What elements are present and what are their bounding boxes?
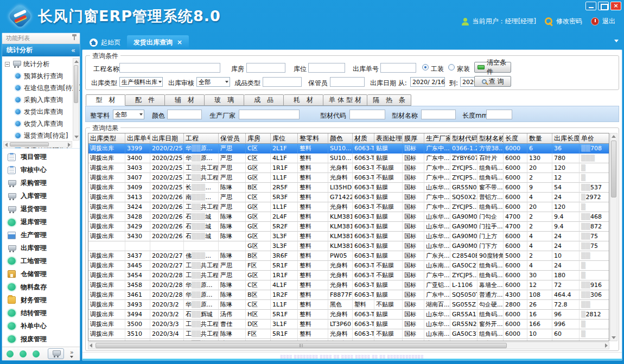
table-row[interactable]: 调拨出库34072020/2/25工▒▒共工程严思G区1L1F整料光身料6063… [88, 173, 609, 183]
table-row[interactable]: 调拨出库34282020/2/26石▒▒▒城陈琳G区2L4F整料KLM38176… [88, 212, 609, 222]
material-tab[interactable]: 配 件 [125, 94, 165, 106]
close-button[interactable]: × [610, 2, 621, 10]
sidebar-item[interactable]: 退货管理 [8, 203, 80, 216]
table-row[interactable]: 调拨出库34452020/2/27工▒▒共工程严思F区5R1F整料光身料6063… [88, 261, 609, 271]
tree-item[interactable]: 收货入库查询 [2, 118, 80, 130]
date-from-select[interactable]: 2020/ 2/16 [410, 77, 445, 87]
table-row[interactable]: 调拨出库35102020/3/4工▒▒共工程陈琳F区5R1F整料光身料6063-… [88, 329, 609, 339]
sidebar-item[interactable]: 仓储管理 [8, 267, 80, 280]
green-circle-icon[interactable] [7, 350, 14, 357]
table-row[interactable]: 调拨出库34242020/2/26工▒▒共工程严思G区1L1F整料光身料6063… [88, 202, 609, 212]
column-header[interactable]: 型材名称 [477, 133, 504, 144]
table-row[interactable]: 调拨出库34302020/2/26石▒▒▒城陈琳G区3L3F整料KLM38176… [88, 232, 609, 241]
scroll-down-arrow-icon[interactable] [74, 136, 79, 138]
table-row[interactable]: 调拨出库35122020/3/4工▒▒共工程陈琳F区1L2F整料光身料6063-… [88, 339, 609, 341]
tab-close-icon[interactable]: × [177, 39, 182, 46]
table-row[interactable]: 调拨出库34372020/2/27佛▒▒▒...陈琳B区3R6F整料PW0560… [88, 251, 609, 261]
table-row[interactable]: 调拨出库34132020/2/26南▒▒▒...严思C区5R3F整料G71422… [88, 193, 609, 202]
sidebar-item[interactable]: 工地管理 [8, 255, 80, 268]
tree-item[interactable]: 在途信息查询[待定] [2, 82, 80, 94]
tree-vertical-scrollbar[interactable] [73, 58, 79, 141]
sidebar-item[interactable]: 补单中心 [8, 320, 80, 333]
scroll-left-arrow-icon[interactable] [5, 143, 8, 147]
cart-button[interactable] [48, 348, 64, 359]
sidebar-item[interactable]: 采购管理 [8, 177, 80, 190]
sidebar-item[interactable]: 生产管理 [8, 229, 80, 242]
table-row[interactable]: 调拨出库34542020/2/28工▒▒共工程严思G区1R1F整料光身料6063… [88, 271, 609, 280]
green-circle-icon[interactable] [20, 350, 27, 357]
profile-code-input[interactable] [349, 110, 385, 119]
audit-select[interactable]: 全部 [196, 77, 230, 87]
sidebar-item[interactable]: 项目管理 [8, 151, 80, 164]
out-type-select[interactable]: 生产领料出库 [119, 77, 163, 87]
material-tab[interactable]: 成 品 [244, 94, 284, 106]
material-tab[interactable]: 型 材 [86, 94, 125, 106]
scroll-left-arrow-icon[interactable] [90, 343, 92, 348]
scrollbar-thumb[interactable] [95, 343, 507, 348]
tree-item[interactable]: 预算执行查询 [2, 70, 80, 82]
table-row[interactable]: 调拨出库34612020/2/28华▒▒原...陈琳B区1R2F整料F8877F… [88, 290, 609, 300]
tree-item[interactable]: 采购入库查询 [2, 94, 80, 106]
column-header[interactable]: 型材代码 [450, 133, 477, 144]
scroll-right-arrow-icon[interactable] [68, 143, 71, 147]
profile-name-input[interactable] [421, 110, 456, 119]
material-tab[interactable]: 隔 热 条 [367, 94, 411, 106]
material-tab[interactable]: 耗 材 [284, 94, 323, 106]
column-header[interactable]: 长度 [504, 133, 527, 144]
logout-link[interactable]: 退出 [602, 17, 615, 26]
table-row[interactable]: 调拨出库34032020/2/25工▒▒共工程严思G区1R1F整料光身料6063… [88, 163, 609, 173]
expand-chevron[interactable]: » [70, 350, 74, 358]
tab-home[interactable]: 起始页 [83, 35, 127, 49]
tree-root-node[interactable]: 统计分析 [2, 58, 80, 70]
change-password-link[interactable]: 修改密码 [556, 17, 582, 26]
color-input[interactable] [167, 110, 202, 119]
material-tab[interactable]: 玻 璃 [205, 94, 244, 106]
column-header[interactable]: 材质 [353, 133, 374, 144]
material-tab[interactable]: 辅 材 [165, 94, 205, 106]
factory-input[interactable] [239, 110, 300, 119]
table-row[interactable]: 调拨出库34002020/2/25华▒▒原...严思C区4L1F整料SU10..… [88, 154, 609, 163]
tree-horizontal-scrollbar[interactable] [3, 141, 72, 148]
table-row[interactable]: 调拨出库34092020/2/25长▒▒▒...陈琳B区2R5F整料LI35HD… [88, 183, 609, 193]
sidebar-item[interactable]: 入库管理 [8, 190, 80, 203]
column-header[interactable]: 库房 [246, 133, 271, 144]
table-row[interactable]: 调拨出库34942020/3/2石▒▒辉城汤伟H区5R1F整料光身料6063-T… [88, 310, 609, 320]
product-type-input[interactable] [263, 77, 302, 87]
column-header[interactable]: 颜色 [328, 133, 353, 144]
tree-expander-icon[interactable] [5, 62, 10, 67]
jiazhuang-radio[interactable] [448, 64, 455, 71]
gongzhuang-radio[interactable] [422, 64, 429, 71]
column-header[interactable]: 数量 [527, 133, 552, 144]
scroll-up-arrow-icon[interactable] [74, 60, 79, 63]
table-row[interactable]: 调拨出库34582020/2/28华▒▒原...陈琳C区4L1F整料光身料606… [88, 280, 609, 290]
clear-conditions-button[interactable]: 清空条件 [474, 62, 511, 73]
column-header[interactable]: 表面处理 [374, 133, 403, 144]
order-no-input[interactable] [380, 63, 416, 73]
sidebar-item[interactable]: 财务管理 [8, 293, 80, 306]
table-row[interactable]: 调拨出库34932020/3/2华▒▒原...陈琳C区1L1F整料黑色塑料不贴膜… [88, 300, 609, 310]
column-header[interactable]: 单价 [580, 133, 609, 144]
scroll-up-arrow-icon[interactable] [612, 135, 616, 138]
table-row[interactable]: 调拨出库33992020/2/25华▒▒原...严思C区2L1F整料SU10..… [88, 144, 609, 154]
tab-active[interactable]: 发货出库查询 × [127, 35, 189, 49]
scroll-down-arrow-icon[interactable] [612, 336, 616, 339]
whole-part-select[interactable]: 全部 [113, 110, 144, 119]
tree-item[interactable]: 退货查询[待定] [2, 130, 80, 142]
green-circle-icon[interactable] [33, 350, 40, 357]
sidebar-item[interactable]: 审核中心 [8, 164, 80, 177]
collapse-icon[interactable]: « [71, 46, 75, 54]
scroll-right-arrow-icon[interactable] [605, 343, 608, 348]
sidebar-item[interactable]: 物料盘存 [8, 280, 80, 293]
sidebar-item[interactable]: 退库管理 [8, 216, 80, 229]
table-row[interactable]: G区3L3F整料KLM38176063-T5贴膜国标山东华...GA90M09.… [88, 241, 609, 251]
scrollbar-thumb[interactable] [10, 142, 49, 146]
location-input[interactable] [308, 63, 345, 73]
column-header[interactable]: 库位 [271, 133, 298, 144]
section-header[interactable]: 统计分析 « [2, 44, 80, 56]
sidebar-item[interactable]: 报废管理 [8, 333, 80, 346]
material-tab[interactable]: 单体型材 [323, 94, 367, 106]
project-name-input[interactable] [119, 63, 220, 73]
column-header[interactable]: 整零料 [298, 133, 328, 144]
scrollbar-thumb[interactable] [611, 141, 616, 197]
tree-item[interactable]: 发货出库查询 [2, 106, 80, 118]
